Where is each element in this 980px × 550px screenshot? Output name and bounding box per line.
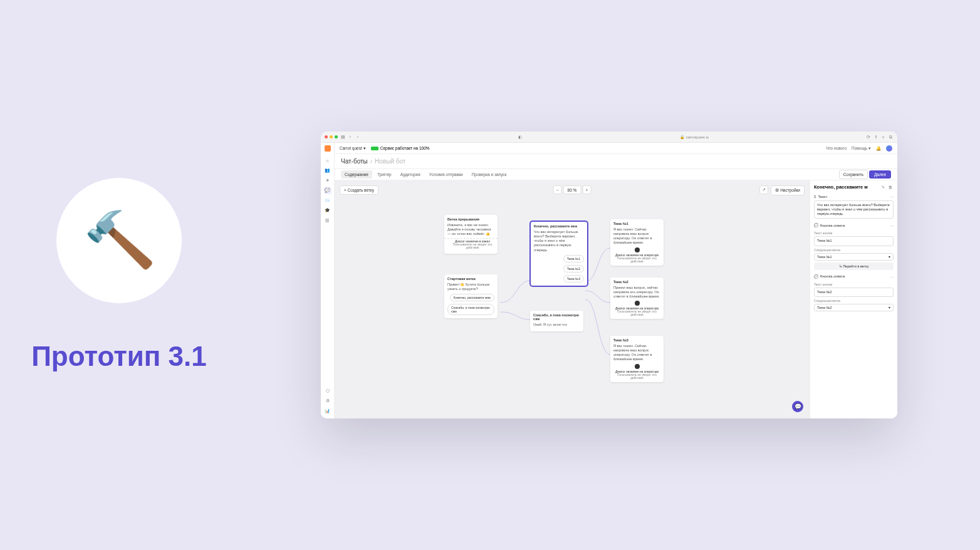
next-branch-select[interactable]: Тема №1▾: [814, 253, 894, 261]
node-start[interactable]: Стартовая ветка Привет!👋 Хотите больше у…: [444, 274, 498, 318]
answer-icon: 💬: [814, 223, 818, 227]
create-branch-button[interactable]: + Создать ветку: [340, 185, 378, 195]
node-title: Тема №3: [613, 338, 660, 342]
page-header: Чат-боты › Новый бот: [335, 154, 897, 169]
back-icon[interactable]: ‹: [348, 135, 353, 140]
address-bar[interactable]: 🔒 carrotquest.io: [680, 135, 709, 139]
battery-icon: [371, 147, 378, 150]
reader-icon[interactable]: ⟳: [866, 135, 871, 140]
new-tab-icon[interactable]: ＋: [881, 135, 886, 140]
answer-chip[interactable]: Тема №2: [563, 265, 584, 272]
help-link[interactable]: Помощь ▾: [852, 146, 871, 151]
shield-icon[interactable]: ◐: [518, 135, 523, 140]
more-icon[interactable]: ⋯: [890, 274, 894, 279]
nav-send-icon[interactable]: ➤: [324, 177, 331, 184]
answer-chip[interactable]: Тема №3: [563, 275, 584, 283]
hero-title: Прототип 3.1: [31, 341, 207, 372]
chat-fab[interactable]: 💬: [792, 401, 803, 412]
section-title: Кнопка ответа: [820, 224, 845, 227]
answer-icon: 💬: [814, 274, 818, 279]
nav-stats-icon[interactable]: 📊: [324, 407, 331, 415]
nav-knowledge-icon[interactable]: 🎓: [324, 207, 331, 214]
side-nav: ⌂ 👥 ➤ 💬 📨 🎓 ▥ ⬡ ⚙ 📊: [321, 143, 335, 418]
edit-icon[interactable]: ✎: [882, 185, 887, 189]
chevron-down-icon: ▾: [889, 255, 890, 259]
zoom-out-button[interactable]: −: [553, 185, 562, 194]
close-icon[interactable]: [325, 135, 328, 138]
node-message: Что вас интересует больше всего? Выберит…: [534, 230, 584, 252]
more-icon[interactable]: ⋯: [890, 194, 894, 199]
more-icon[interactable]: ⋯: [890, 223, 894, 227]
next-button[interactable]: Далее: [869, 170, 891, 179]
node-tell-me[interactable]: Конечно, расскажите мне Что вас интересу…: [530, 221, 588, 286]
btn-text-label: Текст кнопки: [814, 283, 894, 286]
answer-section-1: 💬 Кнопка ответа⋯ Текст кнопки Тема №1 Сл…: [814, 221, 894, 269]
project-selector[interactable]: Carrot quest ▾: [340, 146, 366, 151]
delete-icon[interactable]: 🗑: [889, 185, 894, 189]
node-message: Извините, я вас не понял. Давайте я позо…: [447, 223, 494, 236]
breadcrumb-current: Новый бот: [375, 158, 405, 165]
chevron-down-icon: ▾: [363, 146, 366, 151]
next-branch-select[interactable]: Тема №2▾: [814, 304, 894, 311]
open-external-button[interactable]: ↗: [759, 185, 768, 194]
flow-toolbar-right: ↗ ⚙ Настройки: [759, 185, 805, 195]
notifications-icon[interactable]: 🔔: [876, 146, 881, 151]
tab-audience[interactable]: Аудитория: [397, 170, 424, 179]
breadcrumb-root[interactable]: Чат-боты: [341, 158, 368, 165]
chevron-down-icon: ▾: [889, 306, 890, 309]
app-logo-icon[interactable]: [325, 145, 331, 152]
tabs-icon[interactable]: ⧉: [889, 135, 894, 140]
user-avatar[interactable]: [886, 145, 892, 152]
share-icon[interactable]: ⇪: [873, 135, 878, 140]
tab-preview[interactable]: Проверка и запуск: [468, 170, 511, 179]
nav-users-icon[interactable]: 👥: [324, 167, 331, 174]
answer-chip[interactable]: Конечно, расскажите мне: [450, 294, 494, 301]
forward-icon[interactable]: ›: [355, 135, 360, 140]
next-branch-label: Следующая ветка: [814, 248, 894, 252]
node-theme-2[interactable]: Тема №2 Принял ваш вопрос, сейчас направ…: [610, 278, 664, 319]
save-button[interactable]: Сохранить: [839, 170, 868, 179]
tab-content[interactable]: Содержание: [341, 170, 372, 179]
node-title: Ветка прерывания: [447, 217, 494, 221]
nav-addons-icon[interactable]: ⬡: [324, 387, 331, 395]
node-theme-1[interactable]: Тема №1 Я вас понял. Сейчас направлю ваш…: [610, 219, 664, 266]
traffic-lights: [325, 135, 338, 138]
goto-branch-button[interactable]: ↳ Перейти в ветку: [814, 262, 894, 270]
answer-chip[interactable]: Тема №1: [563, 255, 584, 262]
settings-button[interactable]: ⚙ Настройки: [771, 185, 805, 195]
answer-chip[interactable]: Спасибо, я пока посмотрю сам: [447, 304, 494, 315]
node-message: Окей. Я тут, если что: [533, 323, 580, 327]
btn-text-input[interactable]: Тема №2: [814, 288, 894, 297]
btn-text-input[interactable]: Тема №1: [814, 236, 894, 246]
inspector-title: Конечно, расскажите м: [814, 184, 880, 190]
top-bar: Carrot quest ▾ Сервис работает на 100% Ч…: [335, 143, 897, 154]
assign-subtitle: Пользователь не увидит это действие: [613, 373, 660, 380]
assign-title: Диалог назначен на оператора: [613, 370, 660, 373]
app-root: ⌂ 👥 ➤ 💬 📨 🎓 ▥ ⬡ ⚙ 📊 Carrot quest ▾ Серви…: [321, 143, 897, 418]
flow-canvas[interactable]: + Создать ветку − 80 % + ↗ ⚙ Настройки В…: [335, 180, 810, 418]
text-section-icon: ≡: [814, 195, 816, 199]
minimize-icon[interactable]: [330, 135, 333, 138]
flow-toolbar-left: + Создать ветку: [340, 185, 378, 195]
nav-chatbots-icon[interactable]: 💬: [324, 187, 331, 194]
node-interrupt[interactable]: Ветка прерывания Извините, я вас не поня…: [444, 215, 498, 254]
nav-reports-icon[interactable]: ▥: [324, 217, 331, 224]
nav-settings-icon[interactable]: ⚙: [324, 397, 331, 405]
node-message: Я вас понял. Сейчас направлю ваш вопрос …: [613, 227, 660, 246]
screenshot-stage: ▤ ‹ › ◐ 🔒 carrotquest.io ⟳ ⇪ ＋ ⧉ ⌂ 👥 ➤ 💬…: [238, 0, 980, 550]
tab-trigger[interactable]: Триггер: [373, 170, 395, 179]
browser-chrome: ▤ ‹ › ◐ 🔒 carrotquest.io ⟳ ⇪ ＋ ⧉: [321, 132, 897, 143]
whats-new-link[interactable]: Что нового: [826, 146, 847, 150]
node-theme-3[interactable]: Тема №3 Я вас понял. Сейчас направлю ваш…: [610, 336, 664, 382]
tab-conditions[interactable]: Условия отправки: [425, 170, 467, 179]
nav-home-icon[interactable]: ⌂: [324, 157, 331, 164]
next-branch-label: Следующая ветка: [814, 299, 894, 303]
sidebar-toggle-icon[interactable]: ▤: [340, 135, 345, 140]
maximize-icon[interactable]: [335, 135, 338, 138]
text-value-input[interactable]: Что вас интересует больше всего? Выберит…: [814, 200, 894, 219]
text-section: ≡ Текст⋯ Что вас интересует больше всего…: [814, 192, 894, 219]
node-browse[interactable]: Спасибо, я пока посмотрю сам Окей. Я тут…: [530, 311, 583, 331]
hero-panel: 🔨 Прототип 3.1: [0, 0, 238, 550]
nav-inbox-icon[interactable]: 📨: [324, 197, 331, 204]
zoom-in-button[interactable]: +: [582, 185, 591, 194]
